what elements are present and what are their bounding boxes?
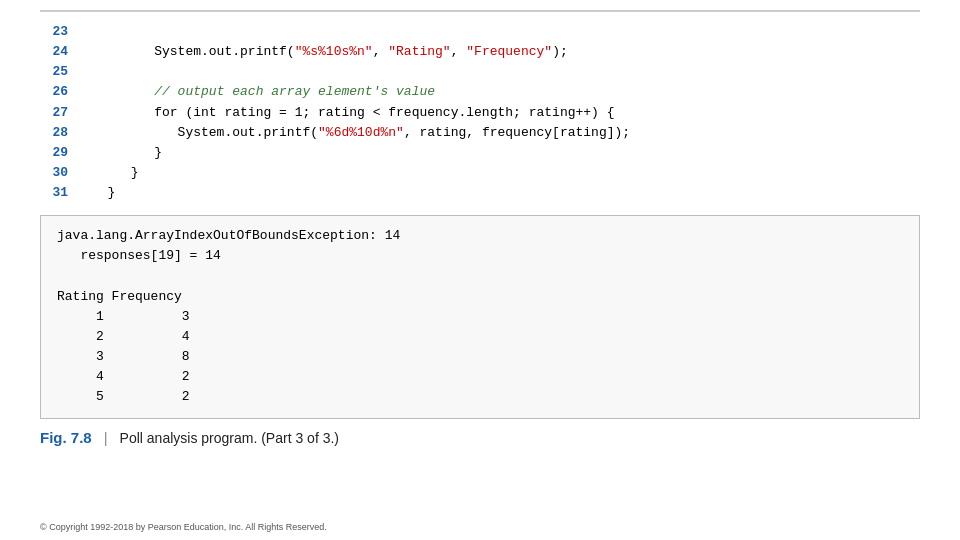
code-text: }	[84, 185, 115, 200]
line-content: System.out.printf("%s%10s%n", "Rating", …	[84, 42, 568, 62]
code-text: System.out.printf(	[84, 44, 295, 59]
output-line: 1 3	[57, 307, 903, 327]
code-text: , rating, frequency[rating]);	[404, 125, 630, 140]
line-number: 28	[40, 123, 68, 143]
code-text: ,	[451, 44, 467, 59]
line-number: 26	[40, 82, 68, 102]
output-line: 3 8	[57, 347, 903, 367]
page-container: 2324 System.out.printf("%s%10s%n", "Rati…	[0, 0, 960, 540]
line-number: 24	[40, 42, 68, 62]
string-literal: "%s%10s%n"	[295, 44, 373, 59]
string-literal: "Frequency"	[466, 44, 552, 59]
code-line: 30 }	[40, 163, 920, 183]
comment: // output each array element's value	[154, 84, 435, 99]
output-line	[57, 267, 903, 287]
copyright: © Copyright 1992-2018 by Pearson Educati…	[40, 522, 327, 532]
top-divider	[40, 10, 920, 12]
code-line: 27 for (int rating = 1; rating < frequen…	[40, 103, 920, 123]
line-number: 25	[40, 62, 68, 82]
caption-section: Fig. 7.8 | Poll analysis program. (Part …	[40, 429, 920, 446]
code-line: 31 }	[40, 183, 920, 203]
string-literal: "Rating"	[388, 44, 450, 59]
code-text: }	[84, 145, 162, 160]
line-content: }	[84, 183, 115, 203]
output-line: 2 4	[57, 327, 903, 347]
line-content: }	[84, 143, 162, 163]
line-number: 31	[40, 183, 68, 203]
code-text: }	[84, 165, 139, 180]
code-text: System.out.printf(	[84, 125, 318, 140]
output-line: 4 2	[57, 367, 903, 387]
code-line: 25	[40, 62, 920, 82]
code-line: 28 System.out.printf("%6d%10d%n", rating…	[40, 123, 920, 143]
code-line: 29 }	[40, 143, 920, 163]
code-text: );	[552, 44, 568, 59]
line-number: 27	[40, 103, 68, 123]
line-content: for (int rating = 1; rating < frequency.…	[84, 103, 615, 123]
code-section: 2324 System.out.printf("%s%10s%n", "Rati…	[40, 18, 920, 207]
output-line: responses[19] = 14	[57, 246, 903, 266]
line-content: }	[84, 163, 139, 183]
code-line: 24 System.out.printf("%s%10s%n", "Rating…	[40, 42, 920, 62]
output-line: Rating Frequency	[57, 287, 903, 307]
line-content: // output each array element's value	[84, 82, 435, 102]
caption-text: Poll analysis program. (Part 3 of 3.)	[120, 430, 339, 446]
fig-divider: |	[104, 429, 108, 446]
fig-label: Fig. 7.8	[40, 429, 92, 446]
output-line: java.lang.ArrayIndexOutOfBoundsException…	[57, 226, 903, 246]
output-section: java.lang.ArrayIndexOutOfBoundsException…	[40, 215, 920, 418]
output-line: 5 2	[57, 387, 903, 407]
code-line: 23	[40, 22, 920, 42]
line-number: 29	[40, 143, 68, 163]
line-number: 23	[40, 22, 68, 42]
code-text: ,	[373, 44, 389, 59]
code-line: 26 // output each array element's value	[40, 82, 920, 102]
string-literal: "%6d%10d%n"	[318, 125, 404, 140]
code-text: for (int rating = 1; rating < frequency.…	[84, 105, 615, 120]
code-text	[84, 84, 154, 99]
line-number: 30	[40, 163, 68, 183]
line-content: System.out.printf("%6d%10d%n", rating, f…	[84, 123, 630, 143]
